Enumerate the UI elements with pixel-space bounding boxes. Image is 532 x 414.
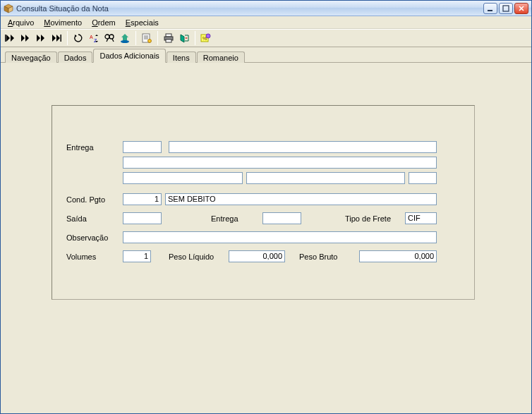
svg-marker-18 bbox=[95, 35, 98, 36]
input-entrega-line2[interactable] bbox=[123, 157, 437, 169]
window-buttons bbox=[483, 3, 528, 14]
svg-point-25 bbox=[121, 40, 129, 43]
svg-text:A: A bbox=[90, 35, 93, 39]
input-entrega-desc[interactable] bbox=[169, 141, 437, 153]
svg-rect-33 bbox=[166, 39, 171, 42]
toolbar-separator bbox=[195, 31, 195, 45]
input-cond-pgto-desc[interactable]: SEM DEBITO bbox=[165, 193, 437, 205]
label-cond-pgto: Cond. Pgto bbox=[66, 195, 105, 204]
input-entrega-code[interactable] bbox=[123, 141, 162, 153]
input-observacao[interactable] bbox=[123, 231, 437, 243]
svg-marker-9 bbox=[25, 35, 29, 42]
menubar: Arquivo Movimento Ordem Especiais bbox=[1, 16, 531, 29]
toolbar: AZ % bbox=[1, 29, 531, 47]
exit-icon[interactable] bbox=[178, 32, 191, 44]
search-icon[interactable] bbox=[103, 32, 116, 44]
svg-marker-10 bbox=[37, 35, 40, 42]
tab-navegacao[interactable]: Navegação bbox=[5, 51, 57, 63]
label-peso-bruto: Peso Bruto bbox=[299, 252, 337, 261]
input-entrega-sub3[interactable] bbox=[409, 172, 437, 184]
svg-marker-6 bbox=[6, 35, 10, 42]
label-saida: Saída bbox=[66, 214, 87, 223]
properties-icon[interactable] bbox=[140, 32, 153, 44]
tab-romaneio[interactable]: Romaneio bbox=[197, 51, 245, 63]
svg-marker-7 bbox=[11, 35, 14, 42]
nav-last-icon[interactable] bbox=[50, 32, 63, 44]
menu-movimento[interactable]: Movimento bbox=[40, 18, 86, 28]
client-area: Entrega Cond. Pgto 1 SEM DEBITO Saída En… bbox=[1, 63, 531, 413]
input-peso-liquido[interactable]: 0,000 bbox=[229, 250, 285, 262]
menu-especiais[interactable]: Especiais bbox=[121, 18, 163, 28]
nav-next-icon[interactable] bbox=[35, 32, 47, 44]
svg-text:%: % bbox=[202, 36, 207, 41]
window: Consulta Situação da Nota Arquivo Movime… bbox=[0, 0, 532, 414]
tabstrip: Navegação Dados Dados Adicionais Itens R… bbox=[1, 47, 531, 63]
svg-line-22 bbox=[107, 39, 108, 42]
svg-marker-8 bbox=[21, 35, 25, 42]
svg-marker-34 bbox=[181, 35, 184, 42]
label-entrega: Entrega bbox=[66, 143, 94, 152]
input-tipo-frete[interactable]: CIF bbox=[405, 212, 437, 224]
menu-ordem[interactable]: Ordem bbox=[87, 18, 120, 28]
tab-dados-adicionais[interactable]: Dados Adicionais bbox=[93, 49, 165, 63]
input-peso-bruto[interactable]: 0,000 bbox=[359, 250, 437, 262]
svg-marker-15 bbox=[75, 35, 77, 37]
input-entrega-sub1[interactable] bbox=[123, 172, 243, 184]
input-volumes[interactable]: 1 bbox=[123, 250, 151, 262]
close-button[interactable] bbox=[514, 3, 528, 14]
svg-rect-31 bbox=[166, 34, 171, 37]
label-observacao: Observação bbox=[66, 233, 108, 242]
svg-point-21 bbox=[109, 35, 114, 39]
maximize-button[interactable] bbox=[499, 3, 513, 14]
titlebar: Consulta Situação da Nota bbox=[1, 1, 531, 16]
svg-marker-12 bbox=[52, 35, 56, 42]
app-icon bbox=[4, 4, 13, 13]
svg-rect-4 bbox=[503, 6, 509, 11]
svg-marker-35 bbox=[186, 37, 188, 39]
nav-first-icon[interactable] bbox=[4, 32, 16, 44]
label-peso-liquido: Peso Líquido bbox=[169, 252, 214, 261]
tab-dados[interactable]: Dados bbox=[58, 51, 93, 63]
svg-rect-14 bbox=[61, 35, 62, 42]
label-volumes: Volumes bbox=[66, 252, 96, 261]
form-frame: Entrega Cond. Pgto 1 SEM DEBITO Saída En… bbox=[52, 105, 475, 300]
svg-point-20 bbox=[105, 35, 109, 39]
nav-prev-icon[interactable] bbox=[19, 32, 32, 44]
svg-text:Z: Z bbox=[94, 38, 97, 43]
menu-arquivo[interactable]: Arquivo bbox=[4, 18, 38, 28]
label-tipo-frete: Tipo de Frete bbox=[345, 214, 391, 223]
special-icon[interactable]: % bbox=[200, 32, 212, 44]
window-title: Consulta Situação da Nota bbox=[16, 4, 483, 13]
toolbar-separator bbox=[157, 31, 158, 45]
svg-rect-3 bbox=[488, 10, 492, 11]
svg-rect-5 bbox=[5, 35, 6, 42]
refresh-icon[interactable] bbox=[72, 32, 85, 44]
svg-marker-13 bbox=[56, 35, 60, 42]
label-entrega2: Entrega bbox=[211, 214, 238, 223]
input-cond-pgto-code[interactable]: 1 bbox=[123, 193, 162, 205]
toolbar-separator bbox=[67, 31, 68, 45]
minimize-button[interactable] bbox=[483, 3, 497, 14]
sort-icon[interactable]: AZ bbox=[87, 32, 100, 44]
svg-point-30 bbox=[148, 39, 152, 43]
input-saida[interactable] bbox=[123, 212, 162, 224]
export-icon[interactable] bbox=[119, 32, 131, 44]
svg-marker-11 bbox=[41, 35, 44, 42]
toolbar-separator bbox=[135, 31, 136, 45]
input-entrega2[interactable] bbox=[262, 212, 301, 224]
tab-itens[interactable]: Itens bbox=[167, 51, 196, 63]
input-entrega-sub2[interactable] bbox=[246, 172, 405, 184]
svg-line-23 bbox=[112, 39, 114, 42]
print-icon[interactable] bbox=[162, 32, 175, 44]
